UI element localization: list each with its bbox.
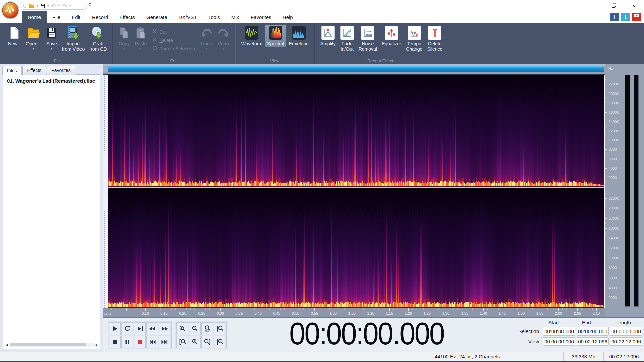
open-mini-dropdown-icon[interactable]: ▾: [37, 4, 38, 7]
selection-end-field[interactable]: 00:00:00.000: [577, 327, 609, 336]
ribbon-button-trim-to-selection[interactable]: Trim to Selection: [152, 46, 195, 52]
customize-quick-access-icon[interactable]: ▾: [89, 3, 91, 7]
view-length-field[interactable]: 00:02:12.096: [610, 337, 642, 346]
zoom-right-button[interactable]: [201, 336, 213, 348]
facebook-icon[interactable]: f: [610, 13, 619, 21]
ribbon-button-cut[interactable]: Cut: [152, 29, 195, 35]
ribbon-button-copy[interactable]: Copy▾: [116, 25, 132, 51]
ribbon-button-new[interactable]: New...: [6, 25, 23, 47]
ribbon-button-waveform[interactable]: Waveform: [239, 25, 265, 47]
menu-tab-edit[interactable]: Edit: [66, 11, 86, 23]
record-button[interactable]: [134, 336, 146, 348]
hscroll-track[interactable]: [103, 66, 605, 72]
hscroll-thumb[interactable]: [108, 66, 604, 72]
menu-tab-mix[interactable]: Mix: [226, 11, 245, 23]
dropdown-arrow-icon[interactable]: ▾: [33, 47, 35, 50]
youtube-icon[interactable]: [632, 13, 641, 21]
dropdown-arrow-icon[interactable]: ▾: [206, 47, 208, 50]
time-tick-122: [566, 308, 567, 310]
selection-length-field[interactable]: 00:00:00.000: [610, 327, 642, 336]
ribbon-button-amplify[interactable]: Amplify: [318, 25, 338, 47]
sidebar-tab-effects[interactable]: Effects: [22, 66, 46, 75]
ribbon-button-import-from-video[interactable]: Import from Video: [60, 25, 87, 53]
selection-start-field[interactable]: 00:00:00.000: [543, 327, 575, 336]
time-ruler[interactable]: hms 0:100:150:200:250:300:350:400:450:50…: [103, 308, 605, 317]
new-mini-icon[interactable]: [23, 4, 26, 8]
scroll-track[interactable]: [10, 343, 94, 347]
x-mark-icon: [152, 37, 157, 43]
ribbon-button-noise-removal[interactable]: Noise Removal: [356, 25, 379, 53]
menu-tab-help[interactable]: Help: [277, 11, 299, 23]
ribbon-button-spectral[interactable]: Spectral: [265, 25, 286, 47]
file-list-hscrollbar[interactable]: ◄ ►: [5, 342, 98, 347]
view-start-field[interactable]: 00:00:00.000: [543, 337, 575, 346]
menu-tab-effects[interactable]: Effects: [114, 11, 141, 23]
sidebar-tab-favorites[interactable]: Favorites: [47, 66, 75, 75]
ribbon-button-redo[interactable]: Redo▾: [215, 25, 232, 51]
panel-splitter[interactable]: [103, 64, 108, 318]
open-mini-icon[interactable]: [29, 4, 34, 8]
app-logo-icon[interactable]: [1, 1, 20, 20]
ribbon-button-tempo-change[interactable]: Tempo Change: [404, 25, 425, 53]
menu-tab-home[interactable]: Home: [22, 11, 47, 23]
ribbon-button-grab-from-cd[interactable]: Grab from CD: [87, 25, 109, 53]
view-end-field[interactable]: 00:02:12.096: [577, 337, 609, 346]
time-tick-60: [333, 308, 333, 311]
stop-button[interactable]: [109, 336, 121, 348]
file-list-item[interactable]: 01. Wagoner’s Lad (Remastered).flac: [4, 76, 99, 85]
to-start-button[interactable]: [146, 336, 158, 348]
file-list[interactable]: 01. Wagoner’s Lad (Remastered).flac ◄ ►: [3, 74, 100, 349]
ribbon-button-open[interactable]: Open...▾: [23, 25, 44, 51]
menu-tab-record[interactable]: Record: [86, 11, 114, 23]
menu-tab-dxvst[interactable]: DX/VST: [173, 11, 203, 23]
sidebar-tab-files[interactable]: Files: [2, 66, 22, 75]
minimize-button[interactable]: [589, 2, 602, 10]
zoom-selection-button[interactable]: [176, 336, 188, 348]
undo-mini-dropdown-icon[interactable]: ▾: [58, 4, 60, 7]
scroll-right-icon[interactable]: ►: [95, 342, 98, 347]
menu-tab-tools[interactable]: Tools: [203, 11, 226, 23]
time-tick-125: [577, 308, 578, 311]
ribbon-button-fade-in-out[interactable]: Fade In/Out: [338, 25, 356, 53]
zoom-in-button[interactable]: [176, 322, 188, 335]
menu-tab-generate[interactable]: Generate: [141, 11, 173, 23]
ribbon-button-equalizer[interactable]: Equalizer: [379, 25, 404, 47]
redo-mini-dropdown-icon[interactable]: ▾: [69, 4, 71, 7]
close-button[interactable]: ×: [627, 2, 640, 10]
play-file-button[interactable]: [134, 322, 146, 335]
scroll-left-icon[interactable]: ◄: [5, 342, 8, 347]
dropdown-arrow-icon[interactable]: ▾: [140, 47, 142, 50]
zoom-full-button[interactable]: [189, 336, 201, 348]
play-button[interactable]: [109, 322, 121, 335]
tempo-icon: [408, 26, 421, 40]
menu-tab-favorites[interactable]: Favorites: [245, 11, 277, 23]
ribbon-button-save[interactable]: Save▾: [44, 25, 60, 51]
undo-mini-icon[interactable]: [51, 4, 56, 8]
save-mini-icon[interactable]: [40, 3, 45, 8]
pause-button[interactable]: [121, 336, 133, 348]
forward-button[interactable]: [159, 322, 170, 335]
time-tick-69: [367, 308, 367, 310]
ribbon-button-delete[interactable]: Delete: [152, 37, 195, 43]
spectrogram-channel-1[interactable]: [108, 75, 604, 187]
ribbon-button-delete-silence[interactable]: Delete Silence: [425, 25, 445, 53]
save-mini-dropdown-icon[interactable]: ▾: [47, 4, 49, 7]
to-end-button[interactable]: [159, 336, 170, 348]
spectrogram-channel-2[interactable]: [108, 188, 604, 308]
menu-tab-file[interactable]: File: [47, 11, 66, 23]
dropdown-arrow-icon[interactable]: ▾: [123, 47, 125, 50]
ribbon-button-undo[interactable]: Undo▾: [198, 25, 215, 51]
time-tick-67: [360, 308, 360, 310]
dropdown-arrow-icon[interactable]: ▾: [223, 47, 224, 50]
twitter-icon[interactable]: t: [621, 13, 630, 21]
dropdown-arrow-icon[interactable]: ▾: [51, 47, 53, 50]
restore-button[interactable]: [607, 2, 620, 10]
ribbon-button-envelope[interactable]: Envelope: [286, 25, 311, 47]
redo-mini-icon[interactable]: [62, 4, 67, 8]
zoom-out-button[interactable]: [189, 322, 201, 335]
loop-button[interactable]: [121, 322, 133, 335]
rewind-button[interactable]: [146, 322, 158, 335]
zoom-100-button[interactable]: 100: [201, 322, 213, 335]
ribbon-button-paste[interactable]: Paste▾: [132, 25, 149, 51]
scroll-thumb[interactable]: [10, 343, 86, 346]
